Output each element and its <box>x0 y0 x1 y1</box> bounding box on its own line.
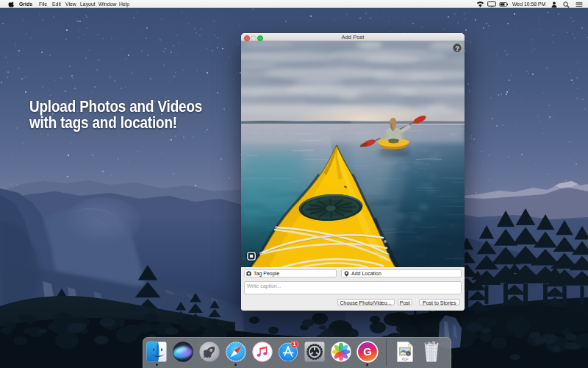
svg-text:G: G <box>363 345 372 358</box>
svg-text:1: 1 <box>293 341 295 347</box>
svg-text:PDF: PDF <box>401 358 408 361</box>
